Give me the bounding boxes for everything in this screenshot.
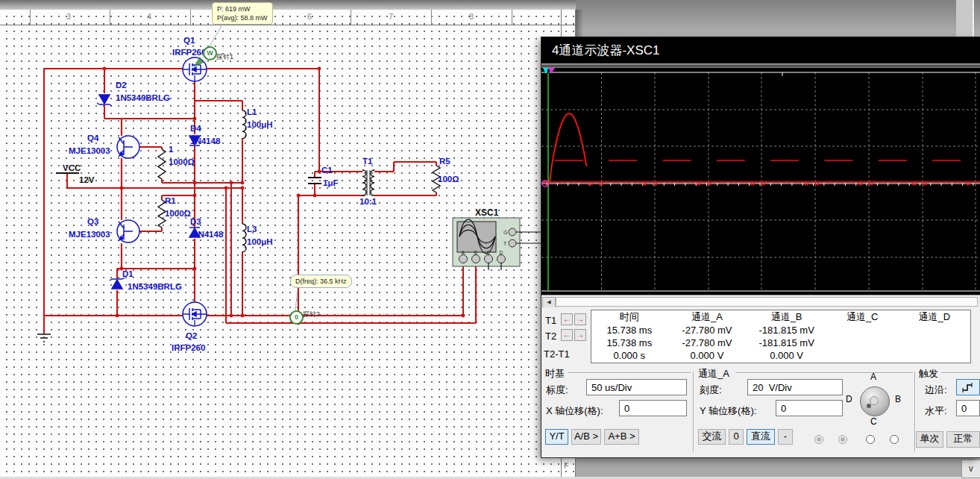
col-channel-a: 通道_A (668, 310, 747, 324)
probe1-tooltip: P: 619 mW P(avg): 58.8 mW (212, 2, 273, 25)
component-label: Q2 (186, 331, 197, 340)
oscilloscope-window[interactable]: 4通道示波器-XSC1 1 ◀ T1 ← → T2 ← → T2-T1 时间 通… (541, 37, 980, 457)
scrollbar-left-arrow[interactable]: ◀ (542, 297, 556, 308)
probe2-tooltip: D(freq): 36.5 kHz (290, 275, 352, 288)
knob-label-b: B (895, 394, 901, 404)
t2-chd (898, 336, 970, 349)
component-label: 100Ω (438, 175, 459, 184)
t1-chc (826, 324, 899, 336)
component-label: 1000Ω (169, 157, 195, 166)
component-label: 1N4148 (190, 137, 221, 145)
cursor-t2-label: T2 (545, 331, 556, 342)
component-label: Q3 (87, 217, 98, 226)
ab-mode-button[interactable]: A/B > (571, 429, 601, 445)
component-label: R5 (439, 157, 450, 166)
trigger-level-label: 水平: (925, 404, 947, 418)
single-trigger-button[interactable]: 单次 (916, 431, 943, 448)
vertical-scrollbar-fragment[interactable] (956, 0, 974, 39)
timebase-scale-input[interactable] (586, 379, 687, 395)
knob-notch (867, 404, 871, 408)
group-separator-2 (914, 372, 915, 451)
normal-trigger-button[interactable]: 正常 (946, 431, 980, 448)
svg-text:A: A (462, 250, 465, 255)
diff-cha: 0.000 V (668, 349, 747, 362)
cursor-t1-label: T1 (545, 315, 556, 326)
trigger-level-input[interactable] (956, 400, 980, 416)
trigger-group-title: 触发 (919, 367, 938, 381)
diff-time: 0.000 s (591, 349, 668, 362)
component-label: R1 (165, 196, 176, 205)
t2-t1-row: 0.000 s 0.000 V 0.000 V (591, 349, 970, 362)
dc-coupling-button[interactable]: 直流 (747, 429, 775, 445)
probe2-icon[interactable]: 0 (289, 310, 304, 325)
channel-a-scale-input[interactable] (747, 379, 843, 395)
svg-text:XSC1: XSC1 (475, 207, 499, 218)
t1-row: 15.738 ms -27.780 mV -181.815 mV (591, 324, 970, 336)
t1-left-button[interactable]: ← (561, 313, 573, 325)
bottom-workspace-band (576, 457, 980, 479)
rising-edge-icon (961, 381, 976, 393)
col-channel-c: 通道_C (826, 310, 899, 324)
a-plus-b-mode-button[interactable]: A+B > (604, 429, 639, 445)
waveform-plot: 1 (541, 63, 980, 295)
t2-chc (826, 336, 899, 349)
svg-text:C: C (487, 250, 491, 255)
component-label: Q4 (87, 134, 99, 143)
svg-text:1: 1 (547, 69, 550, 74)
channel-a-ypos-label: Y 轴位移(格): (700, 404, 756, 418)
component-label: IRFP260 (172, 343, 205, 352)
component-label: 100μH (247, 120, 273, 129)
col-channel-d: 通道_D (898, 310, 970, 324)
component-label: 1μF (323, 178, 338, 187)
component-label: 10:1 (359, 197, 377, 206)
component-label: 1N5349BRLG (116, 93, 170, 102)
minus-coupling-button[interactable]: - (778, 429, 793, 445)
component-label: 12V (79, 175, 95, 184)
channel-b-radio[interactable] (838, 435, 847, 444)
channel-a-ypos-input[interactable] (776, 400, 843, 416)
yt-mode-button[interactable]: Y/T (545, 429, 568, 445)
channel-d-radio[interactable] (890, 435, 899, 444)
svg-text:D: D (500, 250, 503, 255)
channel-a-radio[interactable] (814, 435, 823, 444)
probe2-label: 探针2 (303, 310, 320, 319)
probe1-icon[interactable]: W (203, 46, 217, 60)
timebase-xpos-label: X 轴位移(格): (546, 404, 603, 418)
trigger-group-line (941, 372, 980, 373)
display-scrollbar[interactable]: ◀ (541, 295, 980, 307)
t2-time: 15.738 ms (591, 336, 668, 349)
t1-right-button[interactable]: → (574, 313, 586, 325)
diff-chb: 0.000 V (747, 349, 826, 362)
t2-left-button[interactable]: ← (561, 329, 573, 341)
oscilloscope-title-bar[interactable]: 4通道示波器-XSC1 (541, 37, 980, 63)
zero-coupling-button[interactable]: 0 (729, 429, 744, 445)
circuit-schematic[interactable]: GTABCDXSC1Q1IRFP260D21N5349BRLGQ4MJE1300… (0, 0, 576, 479)
channel-a-group-title: 通道_A (698, 367, 729, 381)
component-label: C1 (321, 166, 333, 175)
component-label: MJE13003 (69, 230, 110, 239)
component-label: 1N5349BRLG (128, 282, 182, 291)
rising-edge-button[interactable] (956, 379, 980, 395)
component-label: D2 (116, 81, 127, 90)
channel-c-radio[interactable] (866, 435, 875, 444)
t1-chd (898, 324, 970, 336)
scrollbar-down-button[interactable]: ∨ (961, 460, 980, 478)
ac-coupling-button[interactable]: 交流 (698, 429, 726, 445)
scrollbar-thumb[interactable] (556, 297, 978, 307)
timebase-xpos-input[interactable] (619, 400, 687, 416)
timebase-group-title: 时基 (545, 367, 565, 381)
timebase-scale-label: 标度: (546, 383, 568, 397)
col-channel-b: 通道_B (747, 310, 826, 324)
t1-time: 15.738 ms (591, 324, 668, 336)
channel-select-knob[interactable] (860, 386, 890, 416)
t1-chb: -181.815 mV (747, 324, 826, 336)
oscilloscope-display[interactable]: 1 (541, 63, 980, 295)
t2-right-button[interactable]: → (574, 329, 586, 341)
timebase-group-line (568, 372, 691, 373)
t2-cha: -27.780 mV (668, 336, 747, 349)
probe1-label: 探针1 (216, 52, 233, 62)
component-label: VCC (63, 163, 81, 172)
component-label: D4 (190, 124, 201, 133)
component-label: Q1 (183, 36, 195, 45)
component-label: 1N4148 (193, 230, 224, 239)
